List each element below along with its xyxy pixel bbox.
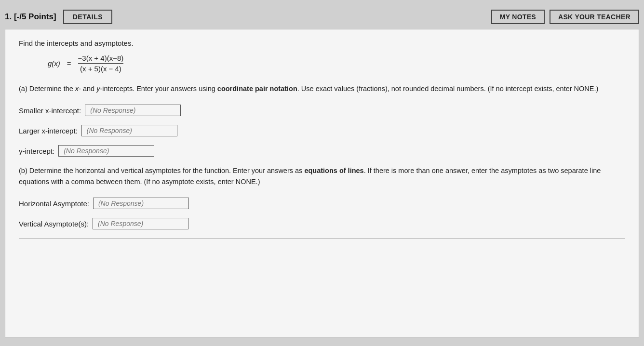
smaller-x-input[interactable] bbox=[85, 105, 181, 116]
main-content: Find the intercepts and asymptotes. g(x)… bbox=[5, 29, 639, 337]
smaller-x-label: Smaller x-intercept: bbox=[19, 106, 81, 115]
instruction-b: (b) Determine the horizontal and vertica… bbox=[19, 165, 625, 187]
ask-teacher-button[interactable]: ASK YOUR TEACHER bbox=[550, 10, 639, 24]
problem-label: 1. [-/5 Points] bbox=[5, 12, 56, 22]
function-fraction: −3(x + 4)(x−8) (x + 5)(x − 4) bbox=[78, 54, 124, 73]
vertical-asymptote-input[interactable] bbox=[93, 218, 188, 229]
y-intercept-row: y-intercept: bbox=[19, 145, 625, 157]
denominator: (x + 5)(x − 4) bbox=[80, 65, 121, 73]
numerator: −3(x + 4)(x−8) bbox=[78, 54, 124, 64]
larger-x-label: Larger x-intercept: bbox=[19, 127, 78, 135]
details-button[interactable]: DETAILS bbox=[63, 10, 112, 24]
smaller-x-row: Smaller x-intercept: bbox=[19, 105, 625, 116]
function-name: g(x) bbox=[48, 59, 60, 67]
function-display: g(x) = −3(x + 4)(x−8) (x + 5)(x − 4) bbox=[19, 54, 625, 73]
vertical-asymptote-row: Vertical Asymptote(s): bbox=[19, 218, 625, 229]
instruction-a: (a) Determine the x- and y-intercepts. E… bbox=[19, 83, 625, 94]
horizontal-asymptote-label: Horizontal Asymptote: bbox=[19, 200, 89, 208]
header-right: MY NOTES ASK YOUR TEACHER bbox=[491, 10, 639, 24]
header-left: 1. [-/5 Points] DETAILS bbox=[5, 10, 112, 24]
horizontal-asymptote-row: Horizontal Asymptote: bbox=[19, 198, 625, 209]
horizontal-asymptote-input[interactable] bbox=[93, 198, 189, 209]
equals-sign: = bbox=[67, 59, 71, 67]
find-text: Find the intercepts and asymptotes. bbox=[19, 39, 625, 47]
larger-x-row: Larger x-intercept: bbox=[19, 125, 625, 136]
vertical-asymptote-label: Vertical Asymptote(s): bbox=[19, 220, 89, 228]
larger-x-input[interactable] bbox=[81, 125, 177, 136]
bold-coord-pair: coordinate pair notation bbox=[217, 85, 297, 93]
y-intercept-input[interactable] bbox=[58, 145, 154, 157]
header-row: 1. [-/5 Points] DETAILS MY NOTES ASK YOU… bbox=[5, 5, 639, 29]
bottom-divider bbox=[19, 238, 625, 239]
my-notes-button[interactable]: MY NOTES bbox=[491, 10, 545, 24]
bold-equations-of-lines: equations of lines bbox=[304, 167, 363, 174]
y-intercept-label: y-intercept: bbox=[19, 147, 54, 155]
